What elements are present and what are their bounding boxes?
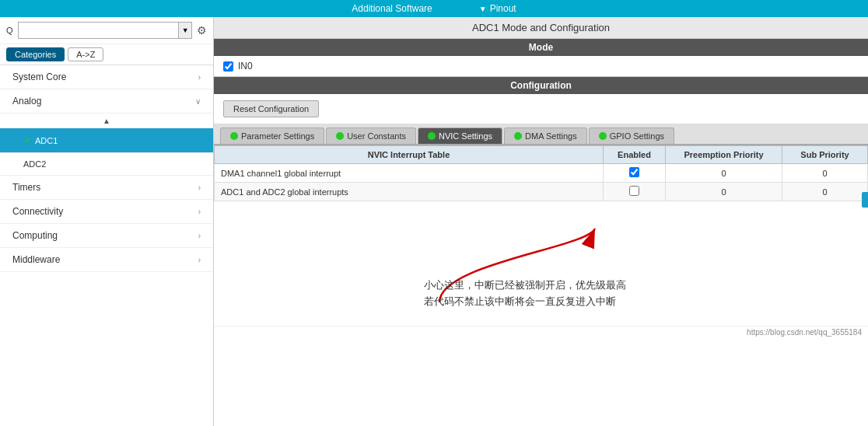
gpio-dot-icon [599,132,607,140]
sidebar-item-timers[interactable]: Timers › [0,176,213,200]
connectivity-chevron-icon: › [198,208,201,216]
url-text: https://blog.csdn.net/qq_3655184 [747,328,862,337]
table-row: ADC1 and ADC2 global interrupts 0 0 [215,183,868,201]
computing-chevron-icon: › [198,232,201,240]
tab-az[interactable]: A->Z [68,47,103,61]
interrupt-enabled-dma1 [604,164,666,183]
search-dropdown-btn[interactable]: ▼ [178,23,191,38]
table-row: DMA1 channel1 global interrupt 0 0 [215,164,868,183]
annotation-container: 小心这里，中断已经被强制开启，优先级最高 若代码不禁止该中断将会一直反复进入中断 [214,201,868,326]
config-bar: Configuration [214,77,868,94]
pinout-arrow-icon: ▼ [479,5,487,13]
chevron-right-icon: › [198,73,201,82]
sidebar-item-connectivity[interactable]: Connectivity › [0,200,213,224]
in0-label: IN0 [238,61,253,72]
search-label: Q [6,26,13,35]
config-label: Configuration [510,80,572,91]
dma1-enabled-checkbox[interactable] [629,167,639,177]
tab-user-constants[interactable]: User Constants [326,127,416,144]
interrupt-subpriority-dma1: 0 [782,164,868,183]
dma-dot-icon [514,132,522,140]
annotation-line1: 小心这里，中断已经被强制开启，优先级最高 [424,278,626,294]
col-enabled: Enabled [604,146,666,164]
sidebar: Q ▼ ⚙ Categories A->Z System Core › [0,17,214,426]
pinout-label: Pinout [490,3,516,14]
main-layout: Q ▼ ⚙ Categories A->Z System Core › [0,17,868,426]
reset-configuration-button[interactable]: Reset Configuration [223,100,319,117]
mode-label: Mode [223,42,859,53]
top-bar: Additional Software ▼ Pinout [0,0,868,17]
sidebar-item-middleware[interactable]: Middleware › [0,248,213,272]
sidebar-tabs: Categories A->Z [0,44,213,65]
tab-dma-settings[interactable]: DMA Settings [504,127,587,144]
sidebar-item-analog[interactable]: Analog ∨ [0,89,213,113]
user-dot-icon [336,132,344,140]
tab-parameter-settings[interactable]: Parameter Settings [220,127,324,144]
sidebar-item-computing[interactable]: Computing › [0,224,213,248]
adc12-enabled-checkbox[interactable] [629,186,639,196]
col-sub-priority: Sub Priority [782,146,868,164]
col-nvic-interrupt-table: NVIC Interrupt Table [215,146,604,164]
adc1-check-icon: ✓ [23,134,32,146]
content-area: ADC1 Mode and Configuration Mode IN0 Con… [214,17,868,426]
mode-bar: Mode [214,39,868,56]
additional-software-label: Additional Software [352,3,432,14]
additional-software-menu[interactable]: Additional Software [352,3,432,14]
search-input[interactable] [19,26,179,35]
interrupt-preemption-dma1: 0 [666,164,782,183]
middleware-chevron-icon: › [198,256,201,264]
interrupt-name-dma1: DMA1 channel1 global interrupt [215,164,604,183]
sidebar-item-adc2[interactable]: ADC2 [0,153,213,176]
sidebar-items: System Core › Analog ∨ ▲ ✓ ADC1 AD [0,65,213,426]
interrupt-enabled-adc12 [604,183,666,201]
nvic-table-area: NVIC Interrupt Table Enabled Preemption … [214,145,868,426]
param-dot-icon [230,132,238,140]
collapse-triangle-icon: ▲ [103,117,110,125]
sidebar-item-system-core[interactable]: System Core › [0,65,213,89]
url-footer: https://blog.csdn.net/qq_3655184 [214,326,868,338]
nvic-table: NVIC Interrupt Table Enabled Preemption … [214,145,868,201]
col-preemption-priority: Preemption Priority [666,146,782,164]
sidebar-search-row: Q ▼ ⚙ [0,17,213,44]
interrupt-subpriority-adc12: 0 [782,183,868,201]
chevron-down-icon: ∨ [195,97,201,106]
tab-categories[interactable]: Categories [6,47,65,61]
search-input-wrap: ▼ [18,22,192,39]
interrupt-name-adc12: ADC1 and ADC2 global interrupts [215,183,604,201]
annotation-line2: 若代码不禁止该中断将会一直反复进入中断 [424,294,626,310]
pinout-menu[interactable]: ▼ Pinout [479,3,516,14]
timers-chevron-icon: › [198,183,201,192]
content-title: ADC1 Mode and Configuration [472,22,610,33]
gear-icon[interactable]: ⚙ [197,24,207,37]
reset-btn-row: Reset Configuration [214,94,868,124]
nvic-dot-icon [428,132,436,140]
annotation-text: 小心这里，中断已经被强制开启，优先级最高 若代码不禁止该中断将会一直反复进入中断 [424,278,626,310]
interrupt-preemption-adc12: 0 [666,183,782,201]
mode-row: IN0 [214,56,868,77]
settings-tabs: Parameter Settings User Constants NVIC S… [214,124,868,145]
sidebar-collapse-button[interactable]: ▲ [0,113,213,128]
in0-checkbox[interactable] [223,61,233,72]
tab-gpio-settings[interactable]: GPIO Settings [589,127,674,144]
content-title-bar: ADC1 Mode and Configuration [214,17,868,39]
sidebar-item-adc1[interactable]: ✓ ADC1 [0,128,213,153]
tab-nvic-settings[interactable]: NVIC Settings [418,127,502,144]
